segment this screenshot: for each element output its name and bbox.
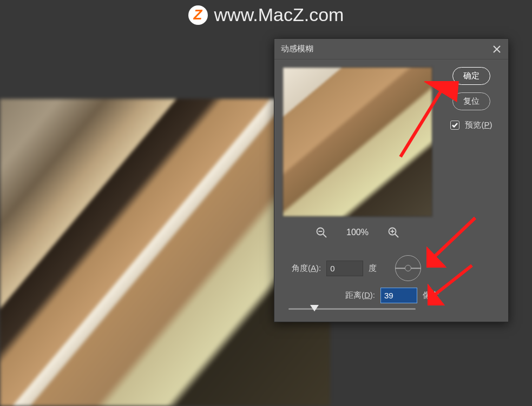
dialog-title: 动感模糊 (281, 44, 313, 54)
angle-row: 角度(A): 度 (292, 255, 421, 281)
ok-label: 确定 (463, 71, 480, 81)
preview-thumbnail[interactable] (283, 67, 432, 217)
reset-button[interactable]: 复位 (452, 92, 490, 110)
distance-unit: 像素 (423, 290, 439, 301)
distance-row: 距离(D): 像素 (345, 288, 439, 303)
close-button[interactable] (492, 44, 502, 54)
distance-slider-thumb[interactable] (310, 305, 319, 311)
angle-dial[interactable] (395, 255, 421, 281)
logo-badge: Z (188, 5, 208, 25)
dialog-body: 确定 复位 预览(P) (274, 59, 508, 322)
svg-line-6 (395, 234, 398, 237)
distance-input[interactable] (380, 288, 417, 303)
zoom-level: 100% (346, 228, 369, 237)
motion-blur-dialog: 动感模糊 确定 复位 预览(P) (274, 38, 509, 322)
close-icon (493, 45, 501, 53)
dialog-titlebar[interactable]: 动感模糊 (274, 39, 508, 59)
preview-checkbox[interactable] (450, 121, 459, 130)
ok-button[interactable]: 确定 (452, 67, 490, 85)
preview-toggle[interactable]: 预览(P) (450, 120, 492, 130)
header: Z www.MacZ.com (0, 0, 532, 30)
header-url: www.MacZ.com (214, 4, 344, 25)
side-controls: 确定 复位 预览(P) (443, 67, 500, 130)
distance-slider-track[interactable] (288, 308, 416, 310)
angle-input[interactable] (326, 261, 363, 276)
angle-label: 角度(A): (292, 263, 321, 274)
zoom-in-icon (388, 227, 399, 238)
zoom-controls: 100% (283, 223, 432, 242)
logo-letter: Z (194, 6, 202, 23)
zoom-in-button[interactable] (387, 226, 400, 239)
zoom-out-button[interactable] (315, 226, 328, 239)
preview-label: 预览(P) (465, 120, 492, 130)
check-icon (452, 123, 458, 128)
reset-label: 复位 (463, 96, 480, 107)
svg-line-3 (323, 234, 326, 237)
angle-unit: 度 (369, 263, 377, 274)
distance-label: 距离(D): (345, 290, 375, 301)
zoom-out-icon (316, 227, 327, 238)
